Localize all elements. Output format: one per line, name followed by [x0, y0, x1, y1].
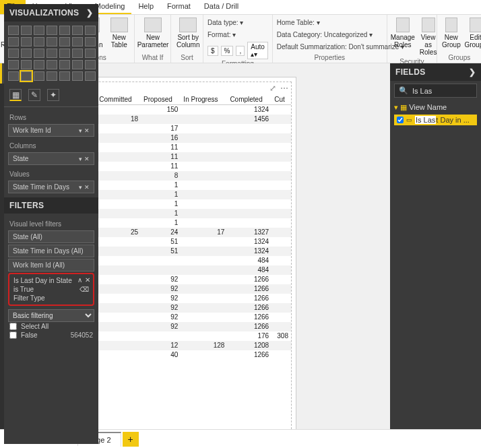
filter-state[interactable]: State (All)	[8, 230, 94, 243]
viz-type-icon[interactable]	[72, 26, 83, 35]
viz-type-icon[interactable]	[8, 49, 19, 58]
viz-type-icon[interactable]	[34, 71, 44, 81]
add-page-button[interactable]: +	[123, 432, 139, 447]
new-parameter-button[interactable]: New Parameter	[139, 16, 167, 50]
viz-type-icon[interactable]	[59, 37, 70, 46]
viz-type-icon[interactable]	[72, 49, 83, 58]
viz-type-icon[interactable]	[85, 49, 96, 58]
values-label: Values	[8, 166, 94, 179]
edit-groups-button[interactable]: Edit Groups	[466, 16, 481, 50]
columns-well[interactable]: State▾ ✕	[8, 152, 94, 165]
field-icon: ▭	[406, 117, 412, 123]
format-tab-icon[interactable]: ✎	[28, 89, 40, 101]
collapse-fields-icon[interactable]: ❯	[469, 67, 476, 77]
false-label: False	[21, 331, 37, 339]
group-groups: Groups	[441, 53, 478, 61]
viz-type-icon[interactable]	[85, 26, 96, 35]
filter-type-select[interactable]: Basic filtering	[8, 309, 94, 322]
field-islastday[interactable]: ▭ Is Last Day in ...	[394, 115, 477, 125]
viz-type-icon[interactable]	[59, 49, 70, 58]
datatype-label: Data type:	[207, 19, 238, 26]
viz-type-icon[interactable]	[8, 26, 19, 35]
fields-search[interactable]: 🔍	[394, 84, 477, 98]
new-group-button[interactable]: New Group	[441, 16, 461, 50]
viz-type-icon[interactable]	[59, 60, 70, 69]
select-all-checkbox[interactable]	[9, 323, 17, 330]
viz-type-icon[interactable]	[21, 37, 32, 46]
viz-type-icon[interactable]	[46, 60, 57, 69]
clear-filter-icon[interactable]: ⌫	[79, 285, 89, 294]
defsum-label[interactable]: Default Summarization: Don't summarize	[277, 43, 399, 51]
format-label: Format:	[207, 31, 230, 38]
search-input[interactable]	[412, 87, 481, 95]
filter-statedays[interactable]: State Time in Days (All)	[8, 245, 94, 257]
remove-filter-icon[interactable]: ✕	[85, 276, 90, 284]
hometable-label: Home Table:	[277, 19, 315, 26]
false-count: 564052	[71, 331, 93, 339]
false-checkbox[interactable]	[9, 331, 17, 339]
viz-type-icon[interactable]	[85, 37, 96, 46]
col-header[interactable]: In Progress	[181, 94, 227, 105]
visualizations-title: VISUALIZATIONS	[9, 8, 79, 18]
viz-type-icon[interactable]	[85, 60, 96, 69]
visualizations-panel: VISUALIZATIONS❯ ▦ ✎ ✦ Rows Work Item Id▾…	[4, 4, 98, 444]
col-header[interactable]: Cut	[271, 94, 291, 105]
col-header[interactable]: Completed	[227, 94, 271, 105]
focus-mode-icon[interactable]: ⤢	[269, 84, 276, 93]
tab-help[interactable]: Help	[131, 0, 160, 14]
viz-type-icon[interactable]	[46, 26, 57, 35]
viz-type-icon[interactable]	[72, 71, 83, 81]
viz-type-icon[interactable]	[8, 60, 19, 69]
viz-type-icon[interactable]	[21, 71, 32, 81]
viz-type-icon[interactable]	[34, 60, 44, 69]
new-table-button[interactable]: New Table	[108, 16, 130, 50]
currency-button[interactable]: $	[207, 46, 218, 56]
filter-workitem[interactable]: Work Item Id (All)	[8, 259, 94, 271]
tab-format[interactable]: Format	[160, 0, 197, 14]
viz-type-icon[interactable]	[46, 71, 57, 81]
field-checkbox[interactable]	[397, 117, 404, 123]
viz-type-icon[interactable]	[46, 37, 57, 46]
decimals-button[interactable]: Auto ▴▾	[247, 42, 268, 59]
visual-filters-label: Visual level filters	[8, 216, 94, 229]
viz-type-icon[interactable]	[34, 49, 44, 58]
viz-type-icon[interactable]	[72, 37, 83, 46]
viz-type-icon[interactable]	[8, 37, 19, 46]
viz-type-icon[interactable]	[59, 71, 70, 81]
filter-islastday[interactable]: ∧✕ Is Last Day in State is True⌫ Filter …	[8, 273, 94, 306]
more-options-icon[interactable]: ⋯	[280, 84, 288, 93]
viz-type-icon[interactable]	[34, 37, 44, 46]
viz-gallery	[4, 22, 98, 85]
viz-type-icon[interactable]	[21, 26, 32, 35]
analytics-tab-icon[interactable]: ✦	[47, 89, 59, 101]
tab-datadrill[interactable]: Data / Drill	[197, 0, 245, 14]
view-as-roles-button[interactable]: View as Roles	[418, 16, 439, 57]
viz-type-icon[interactable]	[85, 71, 96, 81]
rows-well[interactable]: Work Item Id▾ ✕	[8, 124, 94, 137]
fields-title: FIELDS	[395, 67, 425, 77]
table-node[interactable]: ▾ ▦ View Name	[394, 102, 477, 113]
collapse-viz-icon[interactable]: ❯	[86, 8, 93, 18]
viz-type-icon[interactable]	[46, 49, 57, 58]
datacategory-label[interactable]: Data Category: Uncategorized	[277, 31, 368, 38]
select-all-label: Select All	[21, 323, 49, 330]
percent-button[interactable]: %	[221, 46, 234, 56]
collapse-filter-icon[interactable]: ∧	[77, 276, 82, 284]
columns-label: Columns	[8, 138, 94, 151]
sort-by-column-button[interactable]: Sort by Column	[175, 16, 201, 50]
rows-label: Rows	[8, 110, 94, 123]
col-header[interactable]: Committed	[96, 94, 141, 105]
viz-type-icon[interactable]	[72, 60, 83, 69]
viz-type-icon[interactable]	[8, 71, 19, 81]
viz-type-icon[interactable]	[21, 60, 32, 69]
comma-button[interactable]: ,	[236, 46, 245, 56]
manage-roles-button[interactable]: Manage Roles	[391, 16, 414, 50]
values-well[interactable]: State Time in Days▾ ✕	[8, 181, 94, 193]
viz-type-icon[interactable]	[21, 49, 32, 58]
search-icon: 🔍	[399, 86, 408, 95]
viz-type-icon[interactable]	[34, 26, 44, 35]
col-header[interactable]: Proposed	[141, 94, 181, 105]
filters-title: FILTERS	[4, 197, 98, 214]
viz-type-icon[interactable]	[59, 26, 70, 35]
fields-tab-icon[interactable]: ▦	[9, 89, 22, 101]
